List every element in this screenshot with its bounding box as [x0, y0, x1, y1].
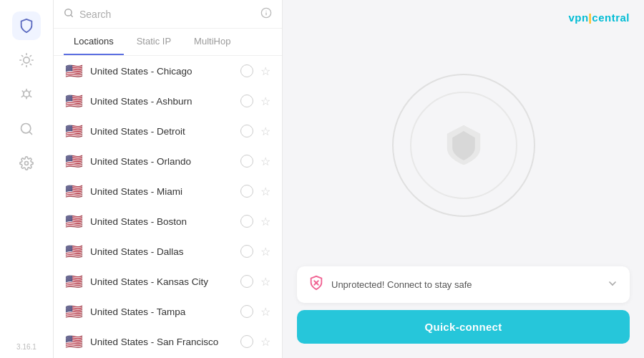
star-icon[interactable]: ☆ [260, 155, 270, 168]
radio-button[interactable] [240, 335, 253, 348]
search-icon [64, 8, 74, 20]
svg-line-14 [71, 15, 73, 17]
star-icon[interactable]: ☆ [260, 245, 270, 258]
flag-icon: 🇺🇸 [65, 304, 83, 319]
svg-line-11 [29, 132, 32, 135]
vpn-shield-logo [442, 122, 485, 168]
sidebar-icon-search[interactable] [12, 115, 41, 143]
flag-icon: 🇺🇸 [65, 154, 83, 168]
location-name: United States - San Francisco [90, 337, 233, 347]
info-icon[interactable] [260, 7, 272, 21]
brand-logo: vpn|central [568, 11, 630, 24]
radio-button[interactable] [240, 185, 253, 198]
flag-icon: 🇺🇸 [65, 334, 83, 349]
radio-button[interactable] [240, 155, 253, 168]
list-item[interactable]: 🇺🇸 United States - Orlando ☆ [54, 146, 282, 176]
radio-button[interactable] [240, 95, 253, 107]
tab-locations[interactable]: Locations [64, 29, 124, 55]
star-icon[interactable]: ☆ [260, 335, 270, 349]
brand-suffix: central [592, 11, 630, 24]
list-item[interactable]: 🇺🇸 United States - Kansas City ☆ [54, 266, 282, 296]
list-item[interactable]: 🇺🇸 United States - San Francisco ☆ [54, 326, 282, 357]
star-icon[interactable]: ☆ [260, 215, 270, 228]
location-name: United States - Chicago [90, 66, 233, 77]
status-text: Unprotected! Connect to stay safe [331, 279, 600, 290]
location-name: United States - Ashburn [90, 96, 233, 107]
right-panel: vpn|central Unprotected! Connect to stay… [283, 0, 644, 358]
svg-line-8 [30, 56, 31, 57]
radio-button[interactable] [240, 305, 253, 318]
location-name: United States - Detroit [90, 126, 233, 137]
list-panel: Locations Static IP MultiHop 🇺🇸 United S… [54, 0, 283, 358]
tab-static-ip[interactable]: Static IP [127, 29, 181, 55]
flag-icon: 🇺🇸 [65, 94, 83, 108]
svg-line-7 [22, 64, 23, 64]
location-name: United States - Tampa [90, 306, 233, 317]
radio-button[interactable] [240, 245, 253, 258]
flag-icon: 🇺🇸 [65, 124, 83, 138]
quick-connect-button[interactable]: Quick-connect [297, 310, 630, 344]
sidebar: 3.16.1 [0, 0, 54, 358]
star-icon[interactable]: ☆ [260, 185, 270, 198]
location-name: United States - Orlando [90, 156, 233, 167]
list-item[interactable]: 🇺🇸 United States - Boston ☆ [54, 206, 282, 236]
location-name: United States - Boston [90, 216, 233, 227]
circle-outer [392, 74, 535, 217]
tab-multihop[interactable]: MultiHop [184, 29, 240, 55]
star-icon[interactable]: ☆ [260, 275, 270, 289]
sidebar-icon-shield[interactable] [12, 11, 41, 40]
radio-button[interactable] [240, 215, 253, 228]
search-bar [54, 0, 282, 29]
star-icon[interactable]: ☆ [260, 305, 270, 319]
list-item[interactable]: 🇺🇸 United States - Ashburn ☆ [54, 86, 282, 116]
svg-point-12 [25, 162, 29, 165]
flag-icon: 🇺🇸 [65, 184, 83, 198]
flag-icon: 🇺🇸 [65, 64, 83, 78]
circle-inner [410, 92, 517, 199]
list-item[interactable]: 🇺🇸 United States - Miami ☆ [54, 176, 282, 206]
svg-line-4 [30, 64, 31, 64]
svg-line-3 [22, 56, 23, 57]
star-icon[interactable]: ☆ [260, 64, 270, 78]
sidebar-icon-gear[interactable] [12, 149, 41, 178]
list-item[interactable]: 🇺🇸 United States - Chicago ☆ [54, 56, 282, 86]
search-input[interactable] [79, 9, 255, 20]
location-name: United States - Dallas [90, 246, 233, 257]
radio-button[interactable] [240, 64, 253, 77]
sidebar-icon-bug[interactable] [12, 80, 41, 109]
star-icon[interactable]: ☆ [260, 125, 270, 138]
list-item[interactable]: 🇺🇸 United States - Detroit ☆ [54, 116, 282, 146]
flag-icon: 🇺🇸 [65, 244, 83, 258]
location-name: United States - Kansas City [90, 276, 233, 287]
radio-button[interactable] [240, 275, 253, 288]
flag-icon: 🇺🇸 [65, 274, 83, 289]
radio-button[interactable] [240, 125, 253, 137]
expand-icon[interactable] [607, 278, 618, 292]
svg-point-0 [24, 57, 29, 63]
svg-point-9 [24, 91, 29, 97]
sidebar-icon-sun[interactable] [12, 46, 41, 74]
version-label: 3.16.1 [16, 343, 36, 351]
location-name: United States - Miami [90, 186, 233, 197]
tabs-bar: Locations Static IP MultiHop [54, 29, 282, 56]
star-icon[interactable]: ☆ [260, 95, 270, 108]
location-list: 🇺🇸 United States - Chicago ☆ 🇺🇸 United S… [54, 56, 282, 358]
brand-prefix: vpn [568, 11, 588, 24]
list-item[interactable]: 🇺🇸 United States - Tampa ☆ [54, 296, 282, 326]
status-bar: Unprotected! Connect to stay safe [297, 266, 630, 303]
list-item[interactable]: 🇺🇸 United States - Dallas ☆ [54, 236, 282, 266]
flag-icon: 🇺🇸 [65, 214, 83, 228]
unprotected-icon [308, 275, 324, 294]
vpn-graphic [392, 24, 535, 266]
